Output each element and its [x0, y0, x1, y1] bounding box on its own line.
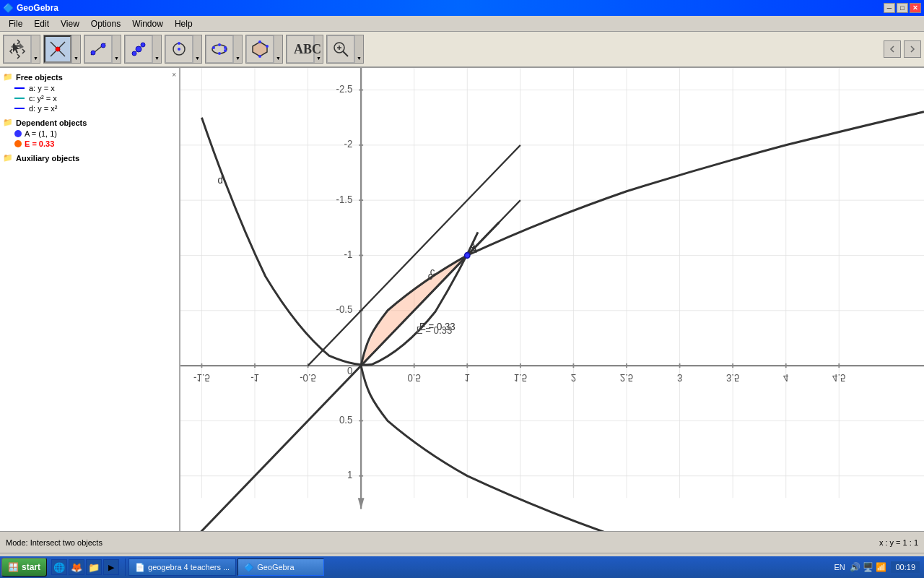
- item-E[interactable]: E = 0.33: [3, 139, 176, 149]
- menu-options[interactable]: Options: [85, 17, 126, 30]
- svg-text:-0.5: -0.5: [336, 304, 353, 315]
- svg-point-20: [266, 45, 269, 48]
- taskbar-item-geogebra[interactable]: 🔷 GeoGebra: [237, 558, 324, 576]
- svg-text:-1.5: -1.5: [193, 372, 210, 383]
- svg-point-21: [258, 55, 261, 58]
- point-tool-dropdown[interactable]: ▼: [152, 35, 161, 63]
- folder-icon-free: 📁: [3, 72, 13, 82]
- item-E-label: E = 0.33: [25, 139, 54, 148]
- back-button[interactable]: [884, 40, 901, 58]
- browser-icon[interactable]: 🦊: [69, 559, 84, 575]
- start-button[interactable]: 🪟 start: [1, 558, 47, 577]
- svg-text:ABC: ABC: [294, 42, 321, 56]
- svg-point-7: [132, 51, 136, 56]
- ie-icon[interactable]: 🌐: [51, 559, 67, 575]
- graph-svg[interactable]: -1.5 -1 -0.5 0.5 1 1.5 2 2.5 3 3.5 4 4.5: [180, 68, 924, 531]
- area-label: E = 0.33: [417, 325, 453, 336]
- tool-group-point: ▼: [124, 35, 162, 64]
- taskbar-item-icon-1: 📄: [135, 563, 145, 572]
- titlebar-controls: ─ □ ✕: [884, 3, 921, 13]
- item-c[interactable]: c: y² = x: [3, 93, 176, 103]
- sidebar-close-button[interactable]: ×: [172, 71, 176, 79]
- menu-window[interactable]: Window: [126, 17, 169, 30]
- item-c-label: c: y² = x: [29, 94, 57, 103]
- svg-text:1.5: 1.5: [514, 372, 527, 383]
- forward-button[interactable]: [904, 40, 921, 58]
- item-a[interactable]: a: y = x: [3, 83, 176, 93]
- tool-text[interactable]: ABC: [287, 35, 314, 63]
- svg-point-6: [136, 46, 141, 52]
- svg-marker-18: [253, 42, 267, 56]
- polygon-icon: [251, 40, 269, 58]
- tool-conic[interactable]: [206, 35, 233, 63]
- curve-c-label: c: [428, 271, 433, 282]
- svg-text:0.5: 0.5: [339, 415, 352, 426]
- circle-tool-dropdown[interactable]: ▼: [193, 35, 201, 63]
- taskbar-item-label-2: GeoGebra: [257, 563, 294, 571]
- taskbar-item-geogebra-teachers[interactable]: 📄 geogebra 4 teachers ...: [128, 558, 236, 576]
- quick-launch: 🌐 🦊 📁 ▶: [51, 559, 119, 575]
- maximize-button[interactable]: □: [897, 3, 908, 13]
- zoom-tool-dropdown[interactable]: ▼: [354, 35, 363, 63]
- line-tool-dropdown[interactable]: ▼: [112, 35, 121, 63]
- win-taskbar: 🪟 start 🌐 🦊 📁 ▶ 📄 geogebra 4 teachers ..…: [0, 556, 924, 578]
- move-icon: [9, 40, 26, 58]
- polygon-tool-dropdown[interactable]: ▼: [274, 35, 282, 63]
- minimize-button[interactable]: ─: [884, 3, 895, 13]
- canvas-area[interactable]: -1.5 -1 -0.5 0.5 1 1.5 2 2.5 3 3.5 4 4.5: [180, 68, 924, 531]
- tool-group-intersect: ▼: [43, 35, 81, 64]
- tool-intersect[interactable]: [44, 35, 71, 63]
- toolbar: ▼ ▼ ▼: [0, 32, 924, 68]
- coords-text: x : y = 1 : 1: [879, 538, 918, 547]
- svg-point-17: [218, 52, 221, 55]
- tool-move[interactable]: [4, 35, 31, 63]
- section-dependent: 📁 Dependent objects: [3, 116, 176, 129]
- intersect-tool-dropdown[interactable]: ▼: [71, 35, 80, 63]
- svg-text:3.5: 3.5: [726, 372, 739, 383]
- svg-point-2: [56, 47, 60, 51]
- menubar: File Edit View Options Window Help: [0, 16, 924, 32]
- tool-group-conic: ▼: [205, 35, 243, 64]
- tool-circle[interactable]: [165, 35, 193, 63]
- tool-polygon[interactable]: [246, 35, 274, 63]
- point-icon: [130, 40, 147, 58]
- section-free-label: Free objects: [16, 73, 63, 82]
- item-d[interactable]: d: y = x²: [3, 103, 176, 113]
- menu-file[interactable]: File: [3, 17, 28, 30]
- media-icon[interactable]: ▶: [103, 559, 119, 575]
- svg-text:3: 3: [677, 372, 682, 383]
- menu-view[interactable]: View: [55, 17, 85, 30]
- svg-text:4.5: 4.5: [832, 372, 845, 383]
- titlebar: 🔷 GeoGebra ─ □ ✕: [0, 0, 924, 16]
- app-title: GeoGebra: [17, 3, 58, 13]
- folder-icon[interactable]: 📁: [86, 559, 102, 575]
- forward-icon: [907, 43, 918, 55]
- sidebar: × 📁 Free objects a: y = x c: y² = x d: y…: [0, 68, 180, 531]
- svg-text:2.5: 2.5: [620, 372, 633, 383]
- tool-zoom[interactable]: [327, 35, 354, 63]
- conic-tool-dropdown[interactable]: ▼: [233, 35, 242, 63]
- tool-point[interactable]: [125, 35, 152, 63]
- svg-point-13: [212, 46, 215, 49]
- item-A[interactable]: A = (1, 1): [3, 129, 176, 139]
- item-A-label: A = (1, 1): [25, 129, 57, 138]
- tool-line[interactable]: [84, 35, 112, 63]
- text-icon: ABC: [292, 40, 309, 58]
- svg-point-8: [141, 43, 145, 47]
- close-button[interactable]: ✕: [910, 3, 921, 13]
- section-free-objects: 📁 Free objects: [3, 71, 176, 83]
- menu-edit[interactable]: Edit: [28, 17, 55, 30]
- taskbar-item-icon-2: 🔷: [244, 563, 254, 572]
- svg-text:2: 2: [571, 372, 576, 383]
- toolbar-end: [884, 40, 921, 58]
- svg-text:0.5: 0.5: [408, 372, 421, 383]
- svg-point-16: [224, 49, 227, 52]
- tool-group-zoom: ▼: [326, 35, 364, 64]
- menu-help[interactable]: Help: [169, 17, 199, 30]
- line-icon: [90, 40, 107, 58]
- app-icon: 🔷: [3, 3, 14, 13]
- move-tool-dropdown[interactable]: ▼: [31, 35, 40, 63]
- svg-point-11: [178, 42, 180, 45]
- circle-icon: [170, 40, 188, 58]
- tool-group-line: ▼: [84, 35, 121, 64]
